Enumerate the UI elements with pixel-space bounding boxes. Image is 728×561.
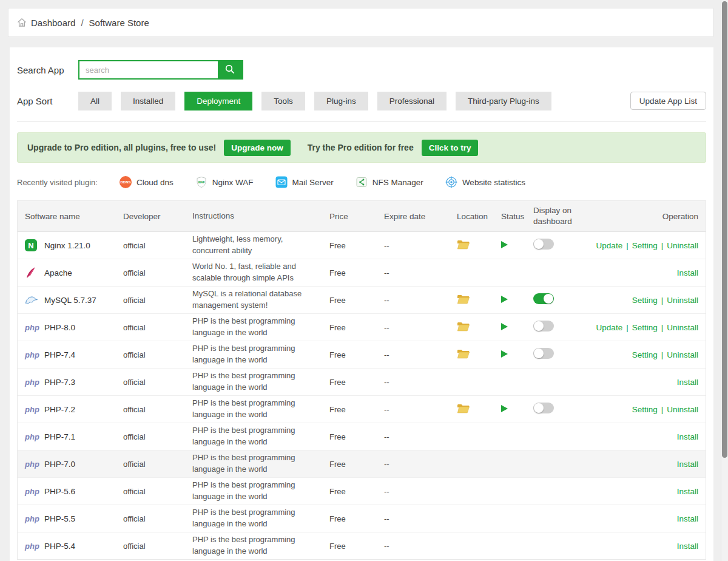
- sort-button-all[interactable]: All: [78, 92, 112, 110]
- folder-icon[interactable]: [457, 321, 470, 332]
- sort-button-tools[interactable]: Tools: [261, 92, 305, 110]
- install-link[interactable]: Install: [677, 542, 698, 551]
- developer-cell: official: [123, 432, 192, 441]
- recent-plugin-mail-server[interactable]: Mail Server: [275, 176, 334, 188]
- table-row: phpPHP-5.4officialPHP is the best progra…: [18, 532, 706, 559]
- sort-button-professional[interactable]: Professional: [377, 92, 447, 110]
- recent-plugin-nfs-manager[interactable]: NFS Manager: [356, 176, 423, 188]
- update-link[interactable]: Update: [596, 241, 623, 250]
- location-cell: [457, 403, 501, 415]
- folder-icon[interactable]: [457, 403, 470, 413]
- dashboard-toggle[interactable]: [533, 239, 554, 250]
- uninstall-link[interactable]: Uninstall: [667, 296, 698, 305]
- folder-icon[interactable]: [457, 294, 470, 304]
- setting-link[interactable]: Setting: [632, 241, 658, 250]
- install-link[interactable]: Install: [677, 432, 698, 441]
- dashboard-toggle[interactable]: [533, 321, 554, 332]
- software-name-cell: Apache: [18, 267, 123, 279]
- expire-date-cell: --: [384, 432, 457, 441]
- software-name-cell: phpPHP-5.6: [18, 485, 123, 497]
- breadcrumb-dashboard-link[interactable]: Dashboard: [31, 18, 75, 28]
- running-status-icon[interactable]: [501, 241, 508, 248]
- running-status-icon[interactable]: [501, 405, 508, 412]
- uninstall-link[interactable]: Uninstall: [667, 405, 698, 414]
- instructions-cell: PHP is the best programming language in …: [192, 480, 329, 503]
- upgrade-now-button[interactable]: Upgrade now: [224, 140, 291, 156]
- recent-plugin-nginx-waf[interactable]: WAFNginx WAF: [195, 176, 254, 188]
- uninstall-link[interactable]: Uninstall: [667, 323, 698, 332]
- software-name[interactable]: PHP-7.2: [44, 405, 75, 414]
- developer-cell: official: [123, 378, 192, 387]
- software-name[interactable]: PHP-5.6: [44, 487, 75, 496]
- running-status-icon[interactable]: [501, 350, 508, 358]
- running-status-icon[interactable]: [501, 323, 508, 330]
- sort-buttons: AllInstalledDeploymentToolsPlug-insProfe…: [78, 92, 561, 110]
- update-app-list-button[interactable]: Update App List: [630, 92, 706, 110]
- recent-plugin-cloud-dns[interactable]: DDNSCloud dns: [120, 176, 174, 188]
- expire-date-cell: --: [384, 296, 457, 305]
- search-input[interactable]: [79, 61, 218, 78]
- software-name[interactable]: PHP-5.4: [44, 542, 75, 551]
- software-name-cell: MySQL 5.7.37: [18, 294, 123, 306]
- recent-plugin-name: Website statistics: [462, 178, 525, 187]
- developer-cell: official: [123, 542, 192, 551]
- software-name[interactable]: PHP-8.0: [44, 323, 75, 332]
- software-name[interactable]: MySQL 5.7.37: [44, 296, 96, 305]
- software-name[interactable]: PHP-5.5: [44, 514, 75, 523]
- uninstall-link[interactable]: Uninstall: [667, 241, 698, 250]
- expire-date-cell: --: [384, 460, 457, 469]
- svg-text:WAF: WAF: [198, 180, 204, 184]
- setting-link[interactable]: Setting: [632, 323, 658, 332]
- scrollbar-track[interactable]: [721, 0, 728, 561]
- table-row: ApacheofficialWorld No. 1, fast, reliabl…: [18, 259, 706, 287]
- price-cell: Free: [329, 296, 384, 305]
- install-link[interactable]: Install: [677, 487, 698, 496]
- sort-button-third-party-plug-ins[interactable]: Third-party Plug-ins: [456, 92, 551, 110]
- operation-cell: Install: [592, 514, 706, 523]
- software-name[interactable]: Nginx 1.21.0: [44, 241, 90, 250]
- install-link[interactable]: Install: [677, 460, 698, 469]
- search-button[interactable]: [218, 61, 242, 78]
- running-status-icon[interactable]: [501, 296, 508, 303]
- sort-button-deployment[interactable]: Deployment: [184, 92, 252, 110]
- operation-separator: |: [626, 241, 629, 250]
- uninstall-link[interactable]: Uninstall: [667, 350, 698, 359]
- expire-date-cell: --: [384, 405, 457, 414]
- operation-cell: Install: [592, 432, 706, 441]
- expire-date-cell: --: [384, 268, 457, 277]
- folder-icon[interactable]: [457, 239, 470, 250]
- software-name[interactable]: PHP-7.3: [44, 378, 75, 387]
- software-name-cell: NNginx 1.21.0: [18, 239, 123, 251]
- price-cell: Free: [329, 487, 384, 496]
- software-name[interactable]: PHP-7.1: [44, 432, 75, 441]
- breadcrumb-current-page: Software Store: [89, 18, 149, 28]
- software-name-cell: phpPHP-7.2: [18, 403, 123, 415]
- folder-icon[interactable]: [457, 348, 470, 359]
- dashboard-toggle[interactable]: [533, 293, 554, 304]
- install-link[interactable]: Install: [677, 514, 698, 523]
- developer-cell: official: [123, 350, 192, 359]
- column-header-price: Price: [329, 212, 384, 221]
- status-cell: [501, 405, 533, 414]
- setting-link[interactable]: Setting: [632, 296, 658, 305]
- software-name[interactable]: PHP-7.0: [44, 460, 75, 469]
- php-icon: php: [25, 485, 38, 497]
- sort-button-installed[interactable]: Installed: [121, 92, 175, 110]
- recent-plugin-website-statistics[interactable]: Website statistics: [445, 176, 525, 188]
- software-name[interactable]: Apache: [44, 268, 72, 277]
- click-to-try-button[interactable]: Click to try: [422, 140, 479, 156]
- sort-button-plug-ins[interactable]: Plug-ins: [314, 92, 368, 110]
- update-link[interactable]: Update: [596, 323, 623, 332]
- setting-link[interactable]: Setting: [632, 405, 658, 414]
- display-on-dashboard-cell: [533, 348, 592, 362]
- dashboard-toggle[interactable]: [533, 348, 554, 359]
- install-link[interactable]: Install: [677, 268, 698, 277]
- display-on-dashboard-cell: [533, 321, 592, 335]
- app-sort-label: App Sort: [17, 96, 78, 106]
- software-name[interactable]: PHP-7.4: [44, 350, 75, 359]
- scrollbar-thumb[interactable]: [722, 1, 727, 458]
- instructions-cell: PHP is the best programming language in …: [192, 398, 329, 421]
- dashboard-toggle[interactable]: [533, 403, 554, 413]
- install-link[interactable]: Install: [677, 378, 698, 387]
- setting-link[interactable]: Setting: [632, 350, 658, 359]
